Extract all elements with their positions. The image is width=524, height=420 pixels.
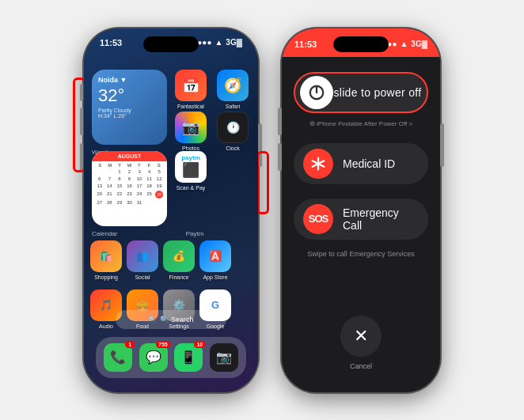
appstore-label: App Store [203,274,227,280]
dock: 📞 1 💬 755 📱 10 📷 [96,337,246,378]
app-row-3: 🛍️ Shopping 👥 Social 💰 Finance 🅰️ App St… [90,240,231,280]
paytm-label: Scan & Pay [177,185,206,191]
medical-icon [303,149,333,179]
medical-id-row[interactable]: Medical ID [294,143,428,184]
right-status-icons: ●●● ▲ 3G▓ [382,40,427,48]
right-phone: 11:53 ●●● ▲ 3G▓ slide to power off ⚙ iPh… [282,28,440,392]
calendar-month: AUGUST [92,151,167,161]
asterisk-icon [309,155,327,172]
app-social[interactable]: 👥 Social [127,240,158,280]
power-button-left[interactable] [258,123,262,167]
medical-id-label: Medical ID [343,157,395,170]
clock-icon: 🕐 [217,112,249,143]
social-icon: 👥 [127,240,158,272]
weather-temp: 32° [98,85,161,106]
shopping-icon: 🛍️ [90,240,122,272]
phone-badge: 1 [125,341,135,348]
dock-whatsapp[interactable]: 📱 10 [174,343,203,372]
finance-icon: 💰 [163,240,195,272]
power-off-slider[interactable]: slide to power off [294,72,428,113]
findable-text: ⚙ iPhone Findable After Power Off > [282,120,440,127]
app-shopping[interactable]: 🛍️ Shopping [90,240,122,280]
dock-messages[interactable]: 💬 755 [139,343,168,372]
right-wifi: ▲ [400,40,408,48]
weather-location: Noida ▼ [98,76,161,84]
app-fantastical[interactable]: 📅 Fantastical [175,70,207,109]
left-screen: 11:53 ●●● ▲ 3G▓ Noida ▼ 32° Partly Cloud… [84,28,258,392]
battery-icon-left: 3G▓ [226,38,242,47]
app-appstore[interactable]: 🅰️ App Store [199,240,231,280]
app-finance[interactable]: 💰 Finance [163,240,195,280]
cancel-label: Cancel [350,362,372,370]
status-icons-left: ●●● ▲ 3G▓ [197,38,242,47]
dock-phone[interactable]: 📞 1 [104,343,132,372]
left-phone: 11:53 ●●● ▲ 3G▓ Noida ▼ 32° Partly Cloud… [84,28,258,392]
right-battery: 3G▓ [411,40,427,48]
calendar-widget[interactable]: AUGUST SMTWTFS 12345 6789101112 13141516… [92,151,167,226]
paytm-icon: paytm ⬛ [175,151,207,183]
time-left: 11:53 [100,38,122,47]
weather-widget[interactable]: Noida ▼ 32° Partly Cloudy H:34° L:26° [92,70,167,145]
audio-label: Audio [99,324,113,329]
right-power-button[interactable] [440,123,444,167]
sos-icon: SOS [303,204,333,234]
emergency-call-label: Emergency Call [343,206,399,232]
cancel-button[interactable]: ✕ [340,316,382,357]
search-icon: 🔍 [148,316,157,324]
shopping-label: Shopping [94,274,118,280]
sos-label: Emergency Call [343,206,419,232]
safari-icon: 🧭 [217,70,249,101]
sos-row[interactable]: SOS Emergency Call [294,199,428,240]
camera-icon: 📷 [216,350,232,365]
messages-badge: 755 [156,341,170,348]
weather-hilo: H:34° L:26° [98,113,161,119]
messages-icon: 💬 [146,350,161,365]
fantastical-icon: 📅 [175,70,207,101]
fantastical-label: Fantastical [177,104,204,109]
swipe-text: Swipe to call Emergency Services [282,250,440,258]
safari-label: Safari [226,104,240,109]
app-photos[interactable]: 📷 Photos [175,112,207,151]
calendar-body: SMTWTFS 12345 6789101112 13141516171819 … [92,161,167,208]
wifi-icon-left: ▲ [215,38,222,47]
phone-icon: 📞 [110,350,126,365]
appstore-icon: 🅰️ [199,240,231,272]
social-label: Social [135,274,150,280]
search-text: 🔍 Search [160,316,193,324]
power-slider-text: slide to power off [333,86,422,99]
power-icon [308,84,325,101]
right-screen: 11:53 ●●● ▲ 3G▓ slide to power off ⚙ iPh… [282,28,440,392]
power-slider-thumb[interactable] [300,76,333,109]
weather-desc: Partly Cloudy [98,108,161,113]
right-time: 11:53 [294,40,317,49]
cancel-x-icon: ✕ [354,326,368,346]
clock-label: Clock [226,146,240,151]
finance-label: Finance [169,274,189,280]
dock-camera[interactable]: 📷 [210,343,238,372]
photos-icon: 📷 [175,112,207,143]
photos-label: Photos [182,146,199,151]
app-safari[interactable]: 🧭 Safari [217,70,249,109]
dynamic-island-right [333,36,389,52]
signal-icon-left: ●●● [197,38,211,47]
search-bar[interactable]: 🔍 🔍 Search [116,310,226,329]
dynamic-island-left [143,36,199,52]
whatsapp-icon: 📱 [180,350,196,365]
whatsapp-badge: 10 [194,341,205,348]
paytm-widget-label: Paytm [171,230,218,237]
app-clock[interactable]: 🕐 Clock [217,112,249,151]
calendar-label: Calendar [92,230,117,237]
app-paytm[interactable]: paytm ⬛ Scan & Pay [175,151,207,191]
